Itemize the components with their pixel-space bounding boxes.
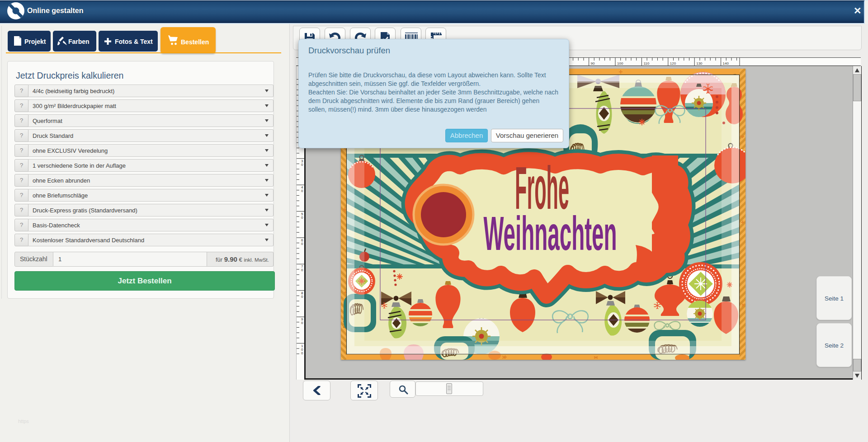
svg-text:0: 0	[301, 242, 303, 246]
svg-text:0: 0	[301, 295, 303, 299]
svg-text:120: 120	[670, 61, 676, 66]
svg-text:140: 140	[723, 61, 729, 66]
svg-text:0: 0	[301, 216, 303, 220]
svg-text:0: 0	[301, 268, 303, 272]
svg-text:0: 0	[301, 321, 303, 325]
svg-text:100: 100	[617, 61, 623, 66]
svg-text:90: 90	[591, 61, 595, 66]
svg-text:130: 130	[696, 61, 703, 66]
svg-text:110: 110	[643, 61, 649, 66]
svg-text:0: 0	[301, 163, 303, 167]
svg-text:0: 0	[301, 351, 303, 355]
svg-text:Weihnachten: Weihnachten	[484, 207, 617, 260]
svg-text:0: 0	[301, 189, 303, 193]
